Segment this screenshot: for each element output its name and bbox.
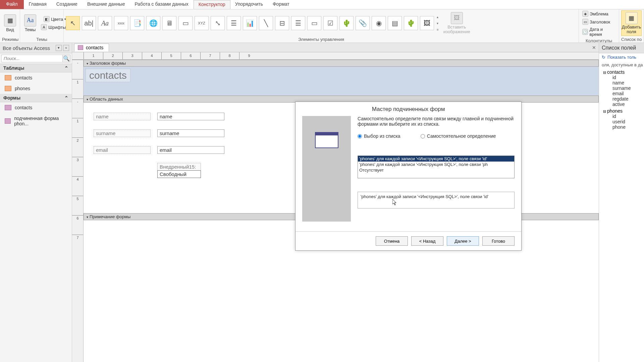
fieldlist-field[interactable]: surname: [603, 85, 641, 91]
label-embedded[interactable]: Внедренный15:: [157, 163, 201, 171]
option-group-icon[interactable]: XYZ: [195, 16, 209, 30]
gallery-more-icon[interactable]: ≡: [437, 28, 439, 32]
controls-gallery[interactable]: ↖ ab| Aa xxxx 📑 🌐 🖥 ▭ XYZ ⤡ ☰ 📊 ╲ ⊟ ☰ ▭ …: [66, 16, 434, 30]
back-button[interactable]: < Назад: [411, 236, 443, 246]
navigation-icon[interactable]: ▭: [178, 16, 193, 30]
nav-form-subform[interactable]: подчиненная форма phon...: [0, 113, 72, 129]
tab-database-tools[interactable]: Работа с базами данных: [130, 0, 193, 9]
nav-category-tables[interactable]: Таблицы⌃: [0, 64, 72, 72]
image-icon[interactable]: 🖼: [420, 16, 434, 30]
form-title[interactable]: contacts: [86, 69, 130, 82]
radio-from-list[interactable]: Выбор из списка: [358, 133, 400, 139]
fieldlist-table-contacts[interactable]: contacts: [603, 69, 641, 75]
select-tool-icon[interactable]: ↖: [66, 16, 80, 30]
tab-arrange[interactable]: Упорядочить: [230, 0, 268, 9]
radio-define-own[interactable]: Самостоятельное определение: [421, 133, 496, 139]
logo-icon: ◈: [582, 11, 588, 17]
field-name[interactable]: name: [157, 113, 224, 120]
close-doc-icon[interactable]: ✕: [592, 45, 596, 50]
list-option-3[interactable]: Отсутствует: [358, 167, 514, 173]
list-option-2[interactable]: 'phones' для каждой записи '<Инструкция …: [358, 162, 514, 167]
button-icon[interactable]: xxxx: [114, 16, 128, 30]
themes-icon: Aa: [24, 14, 36, 26]
gallery-up-icon[interactable]: ▴: [437, 15, 439, 19]
title-button[interactable]: ▭Заголовок: [581, 18, 611, 25]
form-icon: [78, 45, 83, 50]
checkbox-icon[interactable]: ☑: [323, 16, 337, 30]
fieldlist-field[interactable]: id: [603, 114, 641, 119]
attachment-icon[interactable]: 📎: [356, 16, 370, 30]
toggle-icon[interactable]: ⊟: [275, 16, 289, 30]
logo-button[interactable]: ◈Эмблема: [581, 10, 610, 17]
nav-table-phones[interactable]: phones: [0, 83, 72, 94]
group-themes-label: Темы: [22, 36, 61, 43]
field-embedded[interactable]: Свободный: [157, 170, 201, 178]
list-option-1[interactable]: 'phones' для каждой записи '<Инструкция …: [358, 156, 514, 162]
finish-button[interactable]: Готово: [482, 236, 515, 246]
section-form-header[interactable]: Заголовок формы: [84, 60, 599, 67]
field-email[interactable]: email: [157, 146, 224, 154]
add-fields-button[interactable]: ▦ Добавить поля: [621, 10, 642, 36]
field-surname[interactable]: surname: [157, 129, 224, 137]
fieldlist-field[interactable]: name: [603, 80, 641, 85]
tab-control-icon[interactable]: 📑: [130, 16, 144, 30]
show-all-tables-link[interactable]: ↻Показать толь: [599, 53, 644, 61]
wizard-link-list[interactable]: 'phones' для каждой записи '<Инструкция …: [358, 156, 515, 178]
option-button-icon[interactable]: ◉: [372, 16, 386, 30]
fieldlist-field[interactable]: id: [603, 75, 641, 80]
wizard-result-text: 'phones' для каждой записи '<Инструкция …: [358, 192, 515, 208]
tab-external-data[interactable]: Внешние данные: [83, 0, 130, 9]
add-fields-icon: ▦: [626, 12, 638, 24]
label-icon[interactable]: Aa: [98, 16, 112, 30]
ribbon: ▦ Вид Режимы Aa Темы ◧Цвета▾ AШрифты▾ Те…: [0, 9, 644, 43]
nav-dropdown-icon[interactable]: ▾: [56, 45, 62, 51]
fieldlist-field[interactable]: email: [603, 91, 641, 96]
themes-button[interactable]: Aa Темы: [22, 13, 38, 34]
rectangle-icon[interactable]: ▭: [307, 16, 321, 30]
listbox-icon[interactable]: ☰: [291, 16, 305, 30]
fieldlist-table-phones[interactable]: phones: [603, 108, 641, 114]
datetime-button[interactable]: 🕒Дата и время: [581, 26, 617, 38]
insert-image-icon: 🖼: [451, 12, 463, 24]
insert-image-button[interactable]: 🖼 Вставить изображение: [441, 11, 472, 36]
nav-form-contacts[interactable]: contacts: [0, 102, 72, 113]
fieldlist-header: Список полей: [599, 43, 644, 53]
view-button[interactable]: ▦ Вид: [2, 13, 18, 34]
doc-tab-contacts[interactable]: contacts: [74, 44, 109, 52]
pagebreak-icon[interactable]: ⤡: [211, 16, 225, 30]
fieldlist-field[interactable]: active: [603, 102, 641, 107]
subform-icon[interactable]: ▤: [388, 16, 402, 30]
subform-wizard-dialog: Мастер подчиненных форм Самостоятельно о…: [295, 102, 522, 251]
fieldlist-field[interactable]: regdate: [603, 96, 641, 102]
search-input[interactable]: [1, 55, 63, 62]
group-fieldlist-label: Список полей: [621, 36, 642, 43]
cancel-button[interactable]: Отмена: [376, 236, 408, 246]
tab-format[interactable]: Формат: [268, 0, 294, 9]
unbound-frame-icon[interactable]: 🌵: [339, 16, 354, 30]
label-name[interactable]: name: [94, 113, 151, 120]
tab-home[interactable]: Главная: [24, 0, 51, 9]
search-button[interactable]: 🔍: [63, 55, 70, 62]
bound-frame-icon[interactable]: 🌵: [404, 16, 418, 30]
webbrowser-icon[interactable]: 🖥: [162, 16, 176, 30]
nav-category-forms[interactable]: Формы⌃: [0, 94, 72, 102]
hyperlink-icon[interactable]: 🌐: [146, 16, 160, 30]
ribbon-tabs: Файл Главная Создание Внешние данные Раб…: [0, 0, 644, 9]
label-email[interactable]: email: [94, 146, 151, 154]
fieldlist-field[interactable]: userid: [603, 119, 641, 124]
label-surname[interactable]: surname: [94, 129, 151, 137]
chart-icon[interactable]: 📊: [243, 16, 257, 30]
nav-header[interactable]: Все объекты Access ▾ «: [0, 43, 72, 53]
gallery-down-icon[interactable]: ▾: [437, 21, 439, 25]
fieldlist-field[interactable]: phone: [603, 124, 641, 130]
line-icon[interactable]: ╲: [259, 16, 273, 30]
nav-collapse-icon[interactable]: «: [63, 45, 69, 51]
next-button[interactable]: Далее >: [447, 236, 479, 246]
combobox-icon[interactable]: ☰: [227, 16, 241, 30]
tab-design[interactable]: Конструктор: [194, 0, 230, 9]
tab-create[interactable]: Создание: [52, 0, 83, 9]
group-modes-label: Режимы: [2, 36, 18, 43]
nav-table-contacts[interactable]: contacts: [0, 72, 72, 83]
textbox-icon[interactable]: ab|: [82, 16, 96, 30]
tab-file[interactable]: Файл: [0, 0, 24, 9]
